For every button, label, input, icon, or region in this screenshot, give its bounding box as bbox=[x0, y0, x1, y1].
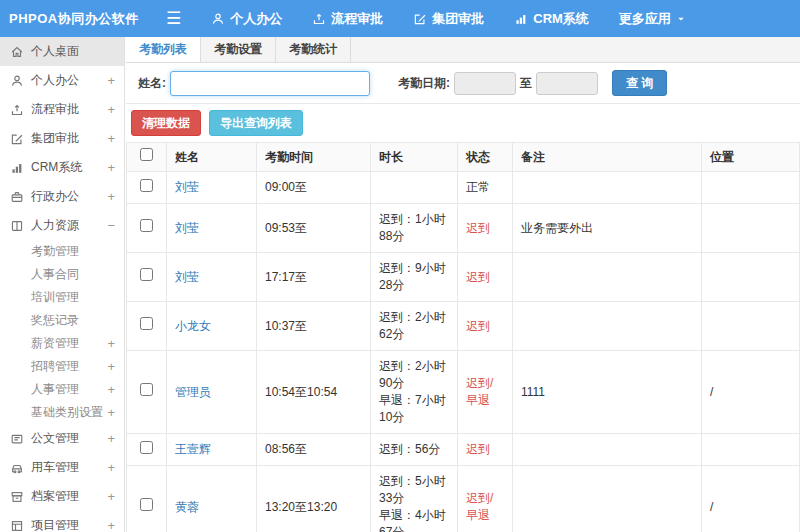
status-badge: 迟到/早退 bbox=[466, 376, 493, 407]
location-cell bbox=[702, 434, 800, 466]
sidebar-item-label: 个人桌面 bbox=[31, 43, 79, 60]
row-checkbox[interactable] bbox=[140, 268, 153, 281]
sidebar-item-label: 人事管理 bbox=[31, 381, 79, 398]
expand-toggle[interactable]: + bbox=[107, 382, 115, 397]
employee-name-link[interactable]: 黄蓉 bbox=[175, 500, 199, 514]
book-icon bbox=[10, 219, 25, 233]
expand-toggle[interactable]: + bbox=[107, 431, 115, 446]
sidebar-item[interactable]: CRM系统 + bbox=[0, 153, 124, 182]
duration-cell: 迟到：1小时88分 bbox=[371, 204, 458, 253]
sidebar-item[interactable]: 培训管理 bbox=[0, 286, 124, 309]
expand-toggle[interactable]: + bbox=[107, 518, 115, 532]
row-checkbox[interactable] bbox=[140, 441, 153, 454]
top-nav: 个人办公 流程审批 集团审批 CRM系统 bbox=[211, 10, 717, 28]
tab[interactable]: 考勤列表 bbox=[126, 37, 201, 62]
table-row: 黄蓉 13:20至13:20 迟到：5小时33分 早退：4小时67分 迟到/早退… bbox=[127, 466, 800, 532]
duration-cell bbox=[371, 172, 458, 204]
edit-icon bbox=[413, 12, 427, 26]
location-cell bbox=[702, 172, 800, 204]
duration-cell: 迟到：2小时90分 早退：7小时10分 bbox=[371, 351, 458, 434]
sidebar-item[interactable]: 集团审批 + bbox=[0, 124, 124, 153]
expand-toggle[interactable]: + bbox=[107, 460, 115, 475]
table-row: 刘莹 17:17至 迟到：9小时28分 迟到 bbox=[127, 253, 800, 302]
expand-toggle[interactable]: + bbox=[107, 102, 115, 117]
tab[interactable]: 考勤统计 bbox=[276, 37, 351, 62]
top-nav-item[interactable]: 更多应用 bbox=[619, 10, 687, 28]
location-cell bbox=[702, 302, 800, 351]
tab[interactable]: 考勤设置 bbox=[201, 37, 276, 62]
expand-toggle[interactable]: + bbox=[107, 189, 115, 204]
sidebar-item[interactable]: 招聘管理 + bbox=[0, 355, 124, 378]
top-nav-label: 个人办公 bbox=[230, 10, 282, 28]
employee-name-link[interactable]: 刘莹 bbox=[175, 270, 199, 284]
name-input[interactable] bbox=[170, 71, 370, 96]
expand-toggle[interactable]: + bbox=[107, 160, 115, 175]
sidebar-item[interactable]: 薪资管理 + bbox=[0, 332, 124, 355]
user-icon bbox=[10, 74, 25, 88]
row-checkbox[interactable] bbox=[140, 219, 153, 232]
expand-toggle[interactable]: + bbox=[107, 359, 115, 374]
search-button[interactable]: 查 询 bbox=[612, 70, 667, 96]
export-list-button[interactable]: 导出查询列表 bbox=[209, 110, 303, 136]
sidebar-item[interactable]: 档案管理 + bbox=[0, 482, 124, 511]
expand-toggle[interactable]: + bbox=[107, 489, 115, 504]
action-bar: 清理数据 导出查询列表 bbox=[126, 104, 800, 142]
row-checkbox[interactable] bbox=[140, 498, 153, 511]
top-nav-item[interactable]: 个人办公 bbox=[211, 10, 282, 28]
sidebar-item-label: 奖惩记录 bbox=[31, 312, 79, 329]
top-nav-item[interactable]: 流程审批 bbox=[312, 10, 383, 28]
briefcase-icon bbox=[10, 190, 25, 204]
date-from-input[interactable] bbox=[454, 72, 516, 95]
sidebar-item[interactable]: 个人桌面 bbox=[0, 37, 124, 66]
sidebar-item[interactable]: 考勤管理 bbox=[0, 240, 124, 263]
duration-cell: 迟到：2小时62分 bbox=[371, 302, 458, 351]
sidebar-item[interactable]: 人事管理 + bbox=[0, 378, 124, 401]
expand-toggle[interactable]: + bbox=[107, 131, 115, 146]
sidebar-item[interactable]: 行政办公 + bbox=[0, 182, 124, 211]
select-all-checkbox[interactable] bbox=[140, 148, 153, 161]
flow-icon bbox=[312, 12, 326, 26]
employee-name-link[interactable]: 管理员 bbox=[175, 385, 211, 399]
sidebar-item-label: 公文管理 bbox=[31, 430, 79, 447]
sidebar-item[interactable]: 个人办公 + bbox=[0, 66, 124, 95]
sidebar-item[interactable]: 公文管理 + bbox=[0, 424, 124, 453]
sidebar-item[interactable]: 用车管理 + bbox=[0, 453, 124, 482]
row-checkbox[interactable] bbox=[140, 383, 153, 396]
sidebar-item-label: 人力资源 bbox=[31, 217, 79, 234]
sidebar-item[interactable]: 流程审批 + bbox=[0, 95, 124, 124]
employee-name-link[interactable]: 刘莹 bbox=[175, 180, 199, 194]
employee-name-link[interactable]: 刘莹 bbox=[175, 221, 199, 235]
sidebar-item[interactable]: 人事合同 bbox=[0, 263, 124, 286]
employee-name-link[interactable]: 王壹辉 bbox=[175, 442, 211, 456]
main-content: 考勤列表 考勤设置 考勤统计 姓名: 考勤日期: 至 查 询 清理数据 导出查询… bbox=[126, 37, 800, 532]
sidebar-item[interactable]: 基础类别设置 + bbox=[0, 401, 124, 424]
hamburger-icon[interactable]: ☰ bbox=[166, 10, 181, 27]
attendance-time-cell: 08:56至 bbox=[257, 434, 371, 466]
row-checkbox[interactable] bbox=[140, 317, 153, 330]
date-to-input[interactable] bbox=[536, 72, 598, 95]
attendance-time-cell: 10:54至10:54 bbox=[257, 351, 371, 434]
row-checkbox[interactable] bbox=[140, 179, 153, 192]
doc-icon bbox=[10, 432, 25, 446]
clean-data-button[interactable]: 清理数据 bbox=[131, 110, 201, 136]
expand-toggle[interactable]: + bbox=[107, 405, 115, 420]
top-nav-label: 集团审批 bbox=[432, 10, 484, 28]
expand-toggle[interactable]: + bbox=[107, 336, 115, 351]
top-nav-item[interactable]: 集团审批 bbox=[413, 10, 484, 28]
expand-toggle[interactable]: + bbox=[107, 73, 115, 88]
filter-bar: 姓名: 考勤日期: 至 查 询 bbox=[126, 63, 800, 104]
expand-toggle[interactable]: − bbox=[107, 218, 115, 233]
edit-icon bbox=[10, 132, 25, 146]
sidebar-item-label: 档案管理 bbox=[31, 488, 79, 505]
sidebar-item[interactable]: 人力资源 − bbox=[0, 211, 124, 240]
note-cell: 1111 bbox=[513, 351, 702, 434]
table-row: 小龙女 10:37至 迟到：2小时62分 迟到 bbox=[127, 302, 800, 351]
employee-name-link[interactable]: 小龙女 bbox=[175, 319, 211, 333]
sidebar-item[interactable]: 奖惩记录 bbox=[0, 309, 124, 332]
sidebar-item-label: 薪资管理 bbox=[31, 335, 79, 352]
sidebar-item-label: 用车管理 bbox=[31, 459, 79, 476]
status-badge: 迟到 bbox=[466, 319, 490, 333]
top-nav-item[interactable]: CRM系统 bbox=[514, 10, 589, 28]
tab-label: 考勤统计 bbox=[289, 42, 337, 56]
sidebar-item[interactable]: 项目管理 + bbox=[0, 511, 124, 532]
